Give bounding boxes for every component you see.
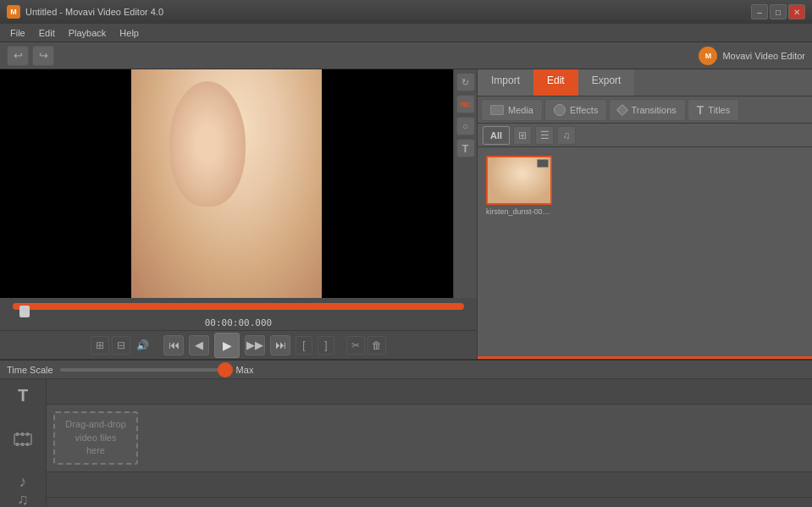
scrubber-area[interactable] (0, 298, 477, 315)
track-icons: T ♪ ♫ (0, 379, 47, 507)
svg-rect-6 (26, 443, 29, 446)
left-panel: ↻ REC ○ T 00:00:00.000 ⊞ ⊟ 🔊 ⏮ ◀ ▶ (0, 69, 477, 359)
timeline-tracks: T ♪ ♫ Drag-and-drop video files her (0, 379, 812, 507)
subtab-transitions[interactable]: Transitions (609, 99, 685, 121)
effects-icon (554, 104, 566, 116)
app-logo-label: Movavi Video Editor (722, 51, 805, 61)
tracks-area: Drag-and-drop video files here (47, 379, 812, 507)
svg-rect-4 (16, 443, 19, 446)
volume-icon[interactable]: 🔊 (133, 336, 152, 355)
mark-in-button[interactable]: [ (296, 336, 312, 355)
delete-button[interactable]: 🗑 (367, 336, 386, 355)
prev-frame-button[interactable]: ◀ (189, 335, 209, 355)
play-button[interactable]: ▶ (214, 333, 240, 358)
preview-black-right (322, 69, 453, 298)
skip-start-button[interactable]: ⏮ (163, 335, 184, 355)
split-button[interactable]: ✂ (346, 336, 365, 355)
video-drop-zone[interactable]: Drag-and-drop video files here (53, 411, 138, 465)
video-track-row[interactable]: Drag-and-drop video files here (47, 405, 812, 472)
svg-rect-2 (21, 433, 24, 436)
media-thumb-1[interactable]: kirsten_dunst-001-thu... (486, 156, 554, 216)
maximize-button[interactable]: □ (770, 4, 787, 19)
subtab-titles-label: Titles (708, 105, 730, 115)
rotate-button[interactable]: ↻ (456, 73, 475, 91)
tab-import[interactable]: Import (478, 69, 533, 96)
timescale-label: Time Scale (7, 365, 53, 375)
video-area: ↻ REC ○ T (0, 69, 477, 298)
menu-playback[interactable]: Playback (62, 26, 113, 40)
subtab-media[interactable]: Media (481, 99, 543, 121)
transitions-icon (616, 103, 628, 115)
scrubber-track[interactable] (13, 303, 464, 310)
menu-help[interactable]: Help (113, 26, 146, 40)
drop-label: Drag-and-drop video files here (65, 418, 126, 457)
main-tabs: Import Edit Export (478, 69, 812, 96)
redo-button[interactable]: ↪ (32, 46, 54, 66)
filter-row: All ⊞ ☰ ♫ (478, 124, 812, 147)
next-frame-button[interactable]: ▶▶ (245, 335, 265, 355)
window-title: Untitled - Movavi Video Editor 4.0 (25, 7, 746, 17)
timescale-bar: Time Scale Max (0, 361, 812, 379)
video-track-icon[interactable] (6, 431, 40, 448)
text-button[interactable]: T (456, 139, 475, 157)
menu-edit[interactable]: Edit (32, 26, 62, 40)
video-preview (0, 69, 453, 298)
media-thumb-img-1 (486, 156, 552, 205)
preview-black-left (0, 69, 131, 298)
subtab-titles[interactable]: T Titles (688, 99, 739, 121)
filter-audio-button[interactable]: ♫ (557, 126, 576, 145)
thumb-corner-badge (537, 159, 549, 168)
subtab-media-label: Media (508, 105, 533, 115)
audio-track-2-icon[interactable]: ♫ (6, 491, 40, 507)
toolbar: ↩ ↪ M Movavi Video Editor (0, 42, 812, 69)
titles-track-row (47, 379, 812, 405)
titles-icon: T (697, 103, 704, 117)
audio-track-1-row (47, 472, 812, 498)
app-logo: M Movavi Video Editor (699, 47, 805, 65)
undo-button[interactable]: ↩ (7, 46, 29, 66)
view-grid-icon[interactable]: ⊟ (112, 336, 130, 355)
photo-content (131, 69, 322, 298)
menu-file[interactable]: File (3, 26, 32, 40)
tab-edit[interactable]: Edit (533, 69, 578, 96)
minimize-button[interactable]: – (751, 4, 768, 19)
svg-rect-5 (21, 443, 24, 446)
sub-tabs: Media Effects Transitions T Titles (478, 96, 812, 124)
right-panel: Import Edit Export Media Effects Transit… (477, 69, 812, 359)
timescale-slider[interactable] (60, 368, 229, 372)
zoom-button[interactable]: ○ (456, 117, 475, 135)
title-bar: M Untitled - Movavi Video Editor 4.0 – □… (0, 0, 812, 24)
close-button[interactable]: ✕ (788, 4, 805, 19)
text-track-icon[interactable]: T (6, 386, 40, 405)
time-display: 00:00:00.000 (0, 315, 477, 330)
menu-bar: File Edit Playback Help (0, 24, 812, 42)
movavi-logo-icon: M (699, 47, 717, 65)
skip-end-button[interactable]: ⏭ (270, 335, 290, 355)
view-controls: ⊞ ⊟ 🔊 (91, 336, 152, 355)
preview-image (0, 69, 453, 298)
preview-photo (131, 69, 322, 298)
rec-button[interactable]: REC (456, 95, 475, 113)
filter-grid-button[interactable]: ⊞ (513, 126, 532, 145)
scrubber-thumb[interactable] (19, 306, 30, 317)
main-area: ↻ REC ○ T 00:00:00.000 ⊞ ⊟ 🔊 ⏮ ◀ ▶ (0, 69, 812, 359)
mark-out-button[interactable]: ] (318, 336, 334, 355)
app-icon: M (7, 5, 20, 19)
edit-controls: ✂ 🗑 (346, 336, 386, 355)
timescale-thumb[interactable] (218, 362, 233, 377)
svg-rect-3 (26, 433, 29, 436)
view-start-icon[interactable]: ⊞ (91, 336, 109, 355)
current-time: 00:00:00.000 (205, 317, 272, 328)
audio-track-2-row (47, 498, 812, 507)
subtab-effects-label: Effects (570, 105, 598, 115)
audio-track-1-icon[interactable]: ♪ (6, 473, 40, 491)
filter-list-button[interactable]: ☰ (535, 126, 554, 145)
window-controls: – □ ✕ (751, 4, 805, 19)
timeline-section: Time Scale Max T ♪ ♫ (0, 359, 812, 507)
subtab-effects[interactable]: Effects (544, 99, 607, 121)
side-controls: ↻ REC ○ T (453, 69, 477, 298)
subtab-transitions-label: Transitions (631, 105, 676, 115)
media-icon (490, 105, 504, 115)
filter-all-button[interactable]: All (483, 126, 510, 145)
tab-export[interactable]: Export (578, 69, 635, 96)
